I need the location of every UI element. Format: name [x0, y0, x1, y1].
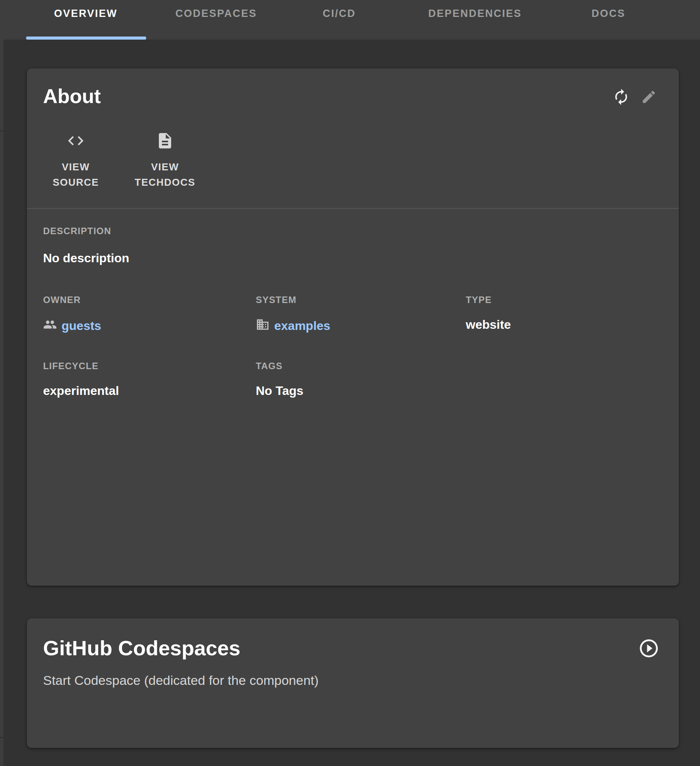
tags-value: No Tags — [256, 384, 466, 398]
description-field: DESCRIPTION No description — [43, 226, 663, 265]
owner-field: OWNER guests — [43, 295, 256, 335]
tab-codespaces-label: CODESPACES — [175, 8, 257, 20]
entity-tab-bar: OVERVIEW CODESPACES CI/CD DEPENDENCIES D… — [0, 0, 700, 40]
tags-label: TAGS — [256, 361, 466, 371]
owner-link-label: guests — [62, 319, 101, 333]
owner-label: OWNER — [43, 295, 256, 305]
about-card-title: About — [43, 85, 101, 107]
tab-cicd-label: CI/CD — [323, 8, 356, 20]
type-field: TYPE website — [466, 295, 663, 335]
refresh-icon — [612, 88, 630, 106]
tab-overview[interactable]: OVERVIEW — [26, 0, 145, 40]
about-card-header: About — [43, 85, 663, 111]
codespaces-card-title: GitHub Codespaces — [43, 637, 240, 659]
code-icon — [67, 131, 85, 151]
edit-pencil-icon — [641, 89, 657, 105]
tab-dependencies[interactable]: DEPENDENCIES — [392, 0, 558, 40]
play-circle-icon — [638, 638, 660, 659]
lifecycle-label: LIFECYCLE — [43, 361, 256, 371]
type-value: website — [466, 318, 663, 332]
tab-codespaces[interactable]: CODESPACES — [145, 0, 287, 40]
sidebar-edge — [0, 40, 3, 766]
start-codespace-button[interactable] — [635, 634, 663, 662]
about-fields-grid: OWNER guests SYSTEM — [43, 295, 663, 398]
tab-docs-label: DOCS — [592, 8, 625, 20]
document-icon — [156, 131, 174, 151]
system-label: SYSTEM — [256, 295, 466, 305]
tags-field: TAGS No Tags — [256, 361, 466, 398]
system-building-icon — [256, 318, 270, 335]
github-codespaces-card: GitHub Codespaces Start Codespace (dedic… — [27, 618, 679, 748]
tab-docs[interactable]: DOCS — [558, 0, 658, 40]
refresh-button[interactable] — [607, 83, 635, 111]
sidebar-edge-divider — [0, 737, 3, 738]
about-card: About VIEW SOURCE — [27, 68, 679, 586]
lifecycle-field: LIFECYCLE experimental — [43, 361, 256, 398]
group-icon — [43, 318, 57, 335]
description-value: No description — [43, 251, 663, 265]
tab-dependencies-label: DEPENDENCIES — [428, 8, 522, 20]
description-label: DESCRIPTION — [43, 226, 663, 236]
system-field: SYSTEM examples — [256, 295, 466, 335]
system-link[interactable]: examples — [256, 318, 330, 335]
view-source-button[interactable]: VIEW SOURCE — [39, 131, 112, 190]
view-source-label: VIEW SOURCE — [41, 159, 110, 190]
view-techdocs-label: VIEW TECHDOCS — [130, 159, 200, 190]
about-card-divider — [27, 208, 679, 209]
about-quick-links: VIEW SOURCE VIEW TECHDOCS — [39, 131, 663, 190]
system-link-label: examples — [274, 319, 330, 333]
tab-overview-label: OVERVIEW — [54, 8, 117, 20]
owner-link[interactable]: guests — [43, 318, 101, 335]
lifecycle-value: experimental — [43, 384, 256, 398]
edit-button[interactable] — [635, 83, 663, 111]
selected-tab-indicator — [26, 37, 146, 40]
type-label: TYPE — [466, 295, 663, 305]
view-techdocs-button[interactable]: VIEW TECHDOCS — [128, 131, 202, 190]
codespaces-card-header: GitHub Codespaces — [43, 637, 663, 662]
tab-cicd[interactable]: CI/CD — [287, 0, 392, 40]
sidebar-edge-divider — [0, 131, 3, 132]
codespaces-card-subtitle: Start Codespace (dedicated for the compo… — [43, 673, 663, 688]
